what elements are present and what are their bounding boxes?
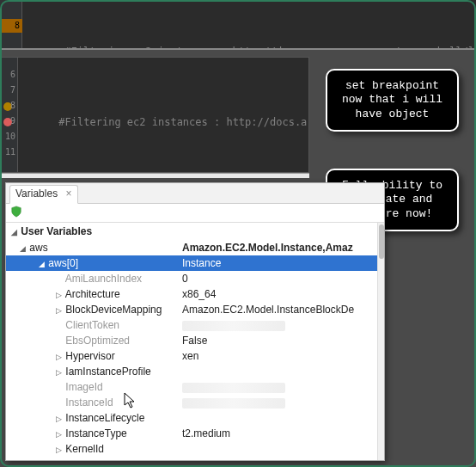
expand-icon[interactable]: ◢ (18, 241, 27, 255)
tree-row[interactable]: ▷ InstanceLifecycle (6, 410, 377, 426)
code-comment: #Filtering ec2 instances : http://docs.a (58, 116, 307, 128)
expand-icon[interactable] (54, 380, 63, 395)
expand-icon[interactable]: ◢ (37, 256, 46, 271)
expand-icon[interactable]: ▷ (54, 427, 63, 441)
expand-icon[interactable]: ▷ (54, 349, 63, 364)
expand-icon[interactable] (54, 318, 63, 333)
tree-value: 0 (182, 271, 377, 286)
expand-icon[interactable]: ▷ (54, 287, 63, 302)
gutter-breakpoint[interactable]: 9 (1, 114, 18, 128)
tree-value: Amazon.EC2.Model.InstanceBlockDe (182, 302, 377, 317)
editor-top-gutter: 8 (0, 0, 22, 48)
redacted-value (182, 398, 285, 409)
expand-icon[interactable]: ◢ (9, 224, 18, 241)
variables-scrollbar[interactable] (377, 223, 384, 460)
tree-value: t2.medium (182, 426, 377, 441)
gutter-line: 10 (1, 130, 18, 144)
gutter-line: 7 (1, 83, 18, 97)
tree-row[interactable]: ImageId (6, 379, 377, 395)
tree-value (182, 364, 377, 379)
tree-prop-name: InstanceId (65, 396, 113, 409)
tree-prop-name: InstanceType (65, 427, 126, 439)
tree-value: Amazon.EC2.Model.Instance,Amaz (182, 240, 377, 255)
close-icon[interactable]: × (65, 187, 71, 200)
tree-prop-name: InstanceLifecycle (65, 412, 144, 424)
tree-value (182, 379, 377, 395)
tree-prop-name: AmiLaunchIndex (65, 273, 142, 285)
variables-tree[interactable]: ◢ User Variables ◢ aws Amazon.EC2.Model.… (6, 223, 377, 460)
variables-toolbar (6, 204, 384, 223)
scrollbar-thumb[interactable] (379, 224, 384, 259)
expand-icon[interactable]: ▷ (54, 442, 63, 457)
editor-top-code[interactable]: #Filtering ec2 instances : http://docs.a… (22, 0, 476, 48)
variables-panel: Variables × ◢ User Variables ◢ aws Amazo… (5, 182, 385, 461)
variables-tabbar: Variables × (6, 183, 384, 204)
tree-value: x86_64 (182, 286, 377, 302)
tree-row[interactable]: EbsOptimizedFalse (6, 333, 377, 348)
tree-prop-name: BlockDeviceMapping (65, 304, 162, 316)
variables-tab[interactable]: Variables × (9, 185, 78, 204)
tree-row[interactable]: ▷ InstanceTypet2.medium (6, 426, 377, 441)
editor-debug-gutter: 6 7 8 9 10 11 (1, 58, 18, 172)
tree-value (182, 441, 377, 457)
tree-prop-name: ClientToken (65, 319, 119, 331)
gutter-line[interactable]: 8 (1, 99, 18, 113)
tree-value (182, 395, 377, 410)
variables-section-header[interactable]: ◢ User Variables (6, 223, 377, 240)
tree-row[interactable]: ▷ IamInstanceProfile (6, 364, 377, 379)
shield-icon[interactable] (10, 206, 22, 218)
tree-row-selected[interactable]: ◢ aws[0] Instance (6, 255, 377, 271)
tree-value (182, 317, 377, 333)
tree-row[interactable]: ▷ Hypervisorxen (6, 348, 377, 364)
gutter-line-marker[interactable]: 8 (0, 19, 22, 33)
tree-row[interactable]: ▷ BlockDeviceMappingAmazon.EC2.Model.Ins… (6, 302, 377, 317)
code-comment: #Filtering ec2 instances : http://docs.a… (64, 46, 476, 50)
tree-row[interactable]: AmiLaunchIndex0 (6, 271, 377, 286)
expand-icon[interactable]: ▷ (54, 303, 63, 317)
expand-icon[interactable] (54, 272, 63, 286)
tree-row[interactable]: InstanceId (6, 395, 377, 410)
tree-prop-name: EbsOptimized (65, 335, 130, 347)
annotation-bubble-1: set breakpoint now that i will have obje… (326, 69, 459, 132)
tree-prop-name: Architecture (65, 288, 120, 300)
tree-value: xen (182, 348, 377, 364)
tree-prop-name: KernelId (65, 443, 104, 455)
tree-prop-name: ImageId (65, 381, 102, 393)
tree-row-root[interactable]: ◢ aws Amazon.EC2.Model.Instance,Amaz (6, 240, 377, 255)
expand-icon[interactable]: ▷ (54, 411, 63, 426)
editor-debug-statusbar (0, 173, 309, 178)
editor-debug: 6 7 8 9 10 11 #Filtering ec2 instances :… (0, 57, 309, 173)
gutter-line: 11 (1, 145, 18, 159)
expand-icon[interactable]: ▷ (54, 365, 63, 379)
tree-row[interactable]: ▷ KernelId (6, 441, 377, 457)
tree-row[interactable]: ▷ Architecturex86_64 (6, 286, 377, 302)
tree-value (182, 410, 377, 426)
tree-value: False (182, 333, 377, 348)
tree-row[interactable]: ClientToken (6, 317, 377, 333)
tree-value: Instance (182, 255, 377, 271)
editor-top: 8 #Filtering ec2 instances : http://docs… (0, 0, 476, 50)
tree-prop-name: Hypervisor (65, 350, 114, 362)
expand-icon[interactable] (54, 334, 63, 348)
expand-icon[interactable] (54, 396, 63, 410)
tab-label: Variables (15, 187, 58, 200)
redacted-value (182, 321, 285, 331)
editor-debug-code[interactable]: #Filtering ec2 instances : http://docs.a… (18, 58, 308, 172)
gutter-line (0, 3, 22, 17)
gutter-line: 6 (1, 68, 18, 82)
redacted-value (182, 383, 285, 393)
tree-prop-name: IamInstanceProfile (65, 366, 150, 378)
